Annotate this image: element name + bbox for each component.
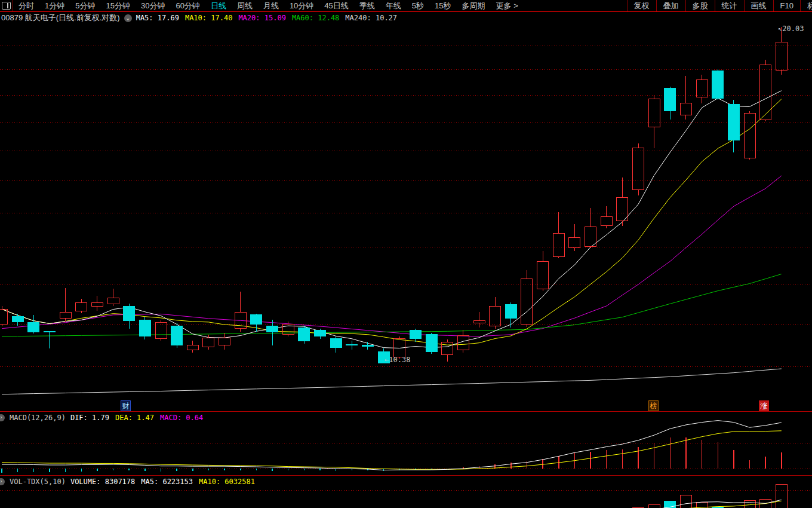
candle-down: [139, 317, 150, 339]
candle-up: [617, 178, 628, 226]
volume-title: VOL-TDX(5,10): [10, 478, 66, 486]
pane-divider-1: [0, 411, 812, 412]
macd-header: › MACD(12,26,9) DIF: 1.79DEA: 1.47MACD: …: [0, 414, 203, 422]
period-tab-15分钟[interactable]: 15分钟: [100, 1, 135, 11]
candle-down: [330, 336, 342, 353]
high-price-label: ↖20.03: [778, 25, 804, 33]
period-tab-多周期[interactable]: 多周期: [457, 1, 491, 11]
candle-down: [267, 320, 278, 345]
ma240-line: [2, 369, 782, 394]
macd-legend: DIF: 1.79DEA: 1.47MACD: 0.64: [70, 414, 203, 422]
candle-up: [473, 312, 485, 328]
period-tab-10分钟[interactable]: 10分钟: [284, 1, 319, 11]
candle-down: [712, 69, 724, 100]
action-button-画线[interactable]: 画线: [744, 0, 773, 11]
action-button-F10[interactable]: F10: [773, 0, 800, 11]
candle-up: [760, 60, 771, 121]
action-button-复权[interactable]: 复权: [627, 0, 656, 11]
period-tab-日线[interactable]: 日线: [205, 1, 232, 11]
toolbar-divider: [0, 11, 812, 12]
action-button-叠加[interactable]: 叠加: [656, 0, 685, 11]
candle-up: [585, 208, 596, 247]
candle-down: [505, 302, 516, 328]
candle-up: [442, 339, 453, 362]
candle-up: [776, 27, 787, 75]
candle-down: [124, 304, 135, 328]
period-tab-5分钟[interactable]: 5分钟: [70, 1, 100, 11]
candlestick-svg[interactable]: [0, 23, 812, 411]
candle-up: [569, 224, 580, 251]
period-tab-季线[interactable]: 季线: [354, 1, 380, 11]
volume-pane[interactable]: › VOL-TDX(5,10) VOLUME: 8307178MA5: 6223…: [0, 476, 812, 508]
toolbar-actions: 复权叠加多股统计画线F10标: [627, 0, 812, 11]
event-marker-涨[interactable]: 涨: [759, 400, 769, 411]
candle-up: [537, 251, 549, 291]
period-tab-60分钟[interactable]: 60分钟: [170, 1, 205, 11]
candle-up: [155, 320, 167, 341]
event-marker-榜[interactable]: 榜: [648, 400, 659, 411]
volume-bar: [776, 484, 787, 508]
trading-app-window: 分时1分钟5分钟15分钟30分钟60分钟日线周线月线10分钟45日线季线年线5秒…: [0, 0, 812, 508]
volume-bar: [648, 505, 660, 508]
candle-down: [426, 333, 437, 354]
candle-down: [44, 331, 55, 348]
action-button-多股[interactable]: 多股: [685, 0, 715, 11]
ma60-line: [2, 274, 782, 336]
period-tab-更多 >[interactable]: 更多 >: [491, 1, 524, 11]
period-tab-周线[interactable]: 周线: [232, 1, 258, 11]
candle-up: [696, 75, 708, 103]
candle-down: [665, 87, 676, 120]
action-button-统计[interactable]: 统计: [715, 0, 744, 11]
dea-line: [2, 431, 782, 470]
period-toolbar: 分时1分钟5分钟15分钟30分钟60分钟日线周线月线10分钟45日线季线年线5秒…: [0, 0, 812, 11]
candle-down: [362, 342, 373, 350]
panel-icon[interactable]: [2, 2, 11, 10]
collapse-icon[interactable]: ›: [0, 478, 5, 485]
candle-up: [187, 341, 198, 353]
ma20-line: [2, 176, 782, 336]
candle-up: [107, 289, 119, 306]
candle-up: [521, 270, 533, 327]
period-tab-5秒[interactable]: 5秒: [407, 1, 429, 11]
ma-value-MA10: MA10: 17.40: [185, 14, 232, 22]
collapse-icon[interactable]: ›: [0, 414, 5, 421]
candle-down: [171, 323, 183, 348]
period-tab-30分钟[interactable]: 30分钟: [136, 1, 170, 11]
pane-divider-2: [0, 475, 812, 476]
stock-title: 00879 航天电子(日线.前复权.对数): [1, 13, 120, 23]
volume-bar: [681, 495, 692, 508]
macd-pane[interactable]: › MACD(12,26,9) DIF: 1.79DEA: 1.47MACD: …: [0, 412, 812, 475]
candle-up: [648, 96, 660, 148]
candle-up: [0, 306, 8, 326]
period-tab-年线[interactable]: 年线: [380, 1, 407, 11]
event-marker-财[interactable]: 财: [121, 400, 131, 411]
candle-up: [744, 111, 755, 160]
action-button-标[interactable]: 标: [800, 0, 812, 11]
period-tab-15秒[interactable]: 15秒: [429, 1, 456, 11]
candle-up: [633, 143, 644, 196]
candle-up: [282, 322, 294, 336]
vol-value-MA5: MA5: 6223153: [141, 478, 193, 486]
macd-value-DEA: DEA: 1.47: [115, 414, 154, 422]
candle-up: [60, 288, 71, 322]
candle-down: [251, 314, 262, 332]
candle-up: [601, 206, 612, 228]
ma10-line: [2, 99, 782, 345]
ma-value-MA240: MA240: 10.27: [345, 14, 397, 22]
period-tab-月线[interactable]: 月线: [258, 1, 284, 11]
period-tab-45日线[interactable]: 45日线: [319, 1, 353, 11]
chevron-down-icon[interactable]: ⌄: [124, 14, 132, 22]
ma-value-MA60: MA60: 12.48: [292, 14, 339, 22]
chart-legend-row: 00879 航天电子(日线.前复权.对数) ⌄ MA5: 17.69MA10: …: [1, 13, 397, 23]
candle-down: [728, 100, 739, 152]
volume-header: › VOL-TDX(5,10) VOLUME: 8307178MA5: 6223…: [0, 478, 255, 486]
volume-bar: [744, 500, 755, 508]
period-tab-分时[interactable]: 分时: [13, 1, 39, 11]
period-tab-1分钟[interactable]: 1分钟: [39, 1, 70, 11]
vol-value-MA10: MA10: 6032581: [199, 478, 255, 486]
low-price-label: ←10.38: [385, 356, 410, 364]
main-candle-chart[interactable]: ↖20.03 ←10.38 财榜涨: [0, 23, 812, 411]
candle-down: [299, 326, 310, 344]
macd-value-MACD: MACD: 0.64: [160, 414, 203, 422]
candle-up: [490, 297, 501, 329]
